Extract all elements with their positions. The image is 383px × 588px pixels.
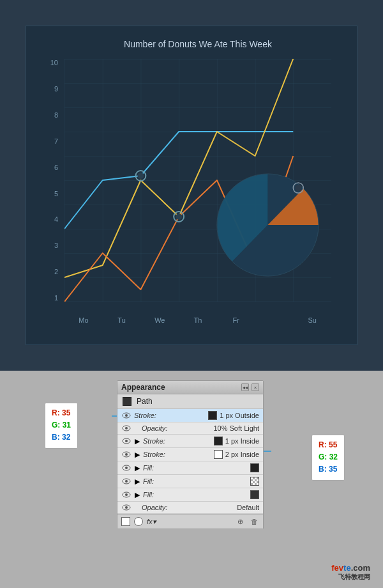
fill1-label: Fill: bbox=[143, 464, 248, 472]
y-label: 1 bbox=[39, 294, 58, 302]
x-label: Th bbox=[179, 316, 217, 324]
bottom-section: R: 35 G: 31 B: 32 R: 55 G: 32 B: 35 Appe… bbox=[0, 371, 383, 588]
watermark-fev: fev bbox=[331, 563, 343, 573]
y-label: 2 bbox=[39, 268, 58, 275]
color-info-right: R: 55 G: 32 B: 35 bbox=[312, 435, 345, 481]
chart-container: Number of Donuts We Ate This Week 1 2 3 … bbox=[26, 26, 357, 345]
fill2-label: Fill: bbox=[143, 477, 248, 485]
fill1-row[interactable]: ▶ Fill: bbox=[117, 461, 263, 475]
red-value-right: R: 55 bbox=[319, 439, 338, 451]
panel-title: Appearance bbox=[121, 383, 165, 392]
y-label: 10 bbox=[39, 59, 58, 66]
stroke-inside1-row[interactable]: ▶ Stroke: 1 px Inside bbox=[117, 435, 263, 448]
watermark-te: te bbox=[343, 563, 351, 573]
appearance-panel: Appearance ◂◂ × Path Stroke: 1 px Outsid… bbox=[117, 380, 264, 529]
stroke-outside-row[interactable]: Stroke: 1 px Outside bbox=[117, 409, 263, 422]
path-label: Path bbox=[137, 397, 153, 406]
blue-value-right: B: 35 bbox=[319, 463, 338, 476]
panel-titlebar: Appearance ◂◂ × bbox=[117, 381, 263, 394]
visibility-icon[interactable] bbox=[121, 424, 131, 432]
color-info-left: R: 35 G: 31 B: 32 bbox=[45, 403, 78, 449]
visibility-icon[interactable] bbox=[121, 464, 131, 472]
visibility-icon[interactable] bbox=[121, 491, 131, 499]
panel-close-button[interactable]: × bbox=[252, 383, 259, 391]
chart-title: Number of Donuts We Ate This Week bbox=[64, 39, 331, 49]
y-label: 4 bbox=[39, 215, 58, 223]
svg-point-16 bbox=[125, 440, 128, 442]
opacity-default-value: Default bbox=[237, 504, 259, 511]
opacity-softlight-label: Opacity: bbox=[134, 424, 211, 432]
x-label: Fr bbox=[217, 316, 255, 324]
visibility-icon[interactable] bbox=[121, 477, 131, 485]
visibility-icon[interactable] bbox=[121, 437, 131, 445]
y-label: 5 bbox=[39, 190, 58, 197]
opacity-default-row[interactable]: Opacity: Default bbox=[117, 502, 263, 514]
svg-point-26 bbox=[125, 506, 128, 509]
visibility-icon[interactable] bbox=[121, 412, 131, 419]
y-label: 9 bbox=[39, 85, 58, 93]
x-axis-labels: Mo Tu We Th Fr Su bbox=[64, 316, 331, 324]
delete-icon[interactable]: 🗑 bbox=[249, 517, 259, 526]
green-value-left: G: 31 bbox=[52, 419, 71, 431]
watermark-text: fevte.com bbox=[331, 563, 370, 573]
opacity-softlight-value: 10% Soft Light bbox=[213, 424, 259, 432]
expand-icon[interactable]: ▶ bbox=[134, 478, 140, 484]
blue-value-left: B: 32 bbox=[52, 431, 71, 444]
x-label: Su bbox=[293, 316, 331, 324]
chart-section: Number of Donuts We Ate This Week 1 2 3 … bbox=[0, 0, 383, 371]
svg-point-12 bbox=[125, 414, 128, 417]
y-label: 3 bbox=[39, 242, 58, 249]
expand-icon[interactable]: ▶ bbox=[134, 438, 140, 444]
watermark-com: com bbox=[353, 563, 370, 573]
expand-icon[interactable]: ▶ bbox=[134, 465, 140, 471]
fill3-swatch bbox=[250, 490, 259, 499]
x-label bbox=[255, 316, 294, 324]
stroke-swatch-white bbox=[214, 450, 223, 459]
chart-area: 1 2 3 4 5 6 7 8 9 10 bbox=[64, 59, 331, 302]
y-label: 6 bbox=[39, 164, 58, 171]
svg-point-18 bbox=[125, 453, 128, 456]
path-row: Path bbox=[117, 394, 263, 409]
fx-label[interactable]: fx▾ bbox=[147, 518, 156, 526]
y-label: 7 bbox=[39, 137, 58, 145]
stroke-inside2-value: 2 px Inside bbox=[225, 451, 259, 458]
path-square-icon bbox=[123, 397, 131, 406]
panel-collapse-button[interactable]: ◂◂ bbox=[241, 383, 249, 391]
svg-point-24 bbox=[125, 493, 128, 496]
green-value-right: G: 32 bbox=[319, 451, 338, 463]
opacity-softlight-row[interactable]: Opacity: 10% Soft Light bbox=[117, 422, 263, 435]
red-value-left: R: 35 bbox=[52, 407, 71, 419]
watermark-sub: 飞特教程网 bbox=[331, 573, 370, 582]
footer-square bbox=[121, 517, 130, 526]
visibility-icon[interactable] bbox=[121, 451, 131, 458]
stroke-inside2-label: Stroke: bbox=[143, 451, 211, 458]
svg-point-14 bbox=[125, 427, 128, 429]
svg-point-22 bbox=[125, 480, 128, 483]
stroke-outside-value: 1 px Outside bbox=[220, 412, 259, 419]
chart-svg bbox=[64, 59, 331, 302]
panel-controls: ◂◂ × bbox=[241, 383, 259, 391]
x-label: We bbox=[140, 316, 179, 324]
panel-footer: fx▾ ⊕ 🗑 bbox=[117, 514, 263, 529]
fill2-swatch bbox=[250, 477, 259, 486]
footer-circle bbox=[134, 517, 143, 526]
stroke-inside1-value: 1 px Inside bbox=[225, 437, 259, 445]
fill3-row[interactable]: ▶ Fill: bbox=[117, 488, 263, 502]
fill2-row[interactable]: ▶ Fill: bbox=[117, 475, 263, 488]
fill1-swatch bbox=[250, 463, 259, 472]
x-label: Mo bbox=[64, 316, 103, 324]
x-label: Tu bbox=[103, 316, 141, 324]
svg-point-6 bbox=[176, 213, 182, 220]
new-item-icon[interactable]: ⊕ bbox=[235, 517, 245, 526]
fill3-label: Fill: bbox=[143, 491, 248, 499]
visibility-icon[interactable] bbox=[121, 504, 131, 511]
expand-icon[interactable]: ▶ bbox=[134, 451, 140, 458]
stroke-inside2-row[interactable]: ▶ Stroke: 2 px Inside bbox=[117, 448, 263, 461]
stroke-inside1-label: Stroke: bbox=[143, 437, 211, 445]
svg-point-4 bbox=[137, 173, 144, 179]
y-axis-labels: 1 2 3 4 5 6 7 8 9 10 bbox=[39, 59, 58, 302]
expand-icon[interactable]: ▶ bbox=[134, 491, 140, 498]
svg-point-20 bbox=[125, 467, 128, 469]
svg-point-10 bbox=[295, 185, 301, 191]
stroke-swatch-dark2 bbox=[214, 437, 223, 445]
